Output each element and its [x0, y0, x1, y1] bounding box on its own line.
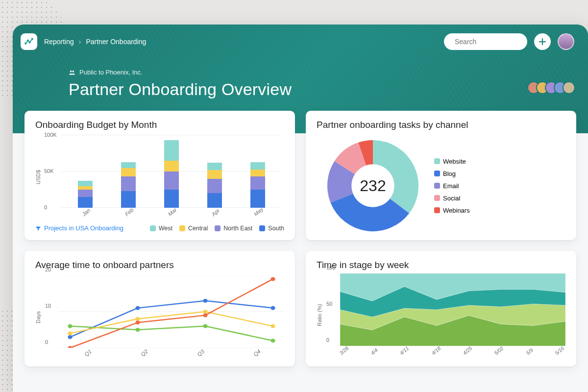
svg-point-19 — [135, 317, 140, 321]
breadcrumb: Reporting › Partner Onboarding — [44, 38, 146, 46]
chart-legend: WestCentralNorth EastSouth — [150, 225, 284, 232]
add-button[interactable] — [534, 33, 551, 50]
page-title: Partner Onboarding Overview — [69, 80, 574, 99]
chevron-right-icon: › — [79, 38, 81, 46]
svg-point-3 — [32, 39, 33, 40]
people-icon — [69, 69, 75, 76]
y-axis-label: Days — [35, 275, 41, 359]
bar-apr[interactable]: Apr — [207, 163, 222, 208]
filter-label: Projects in USA Onboarding — [44, 224, 123, 232]
legend-item[interactable]: Central — [179, 225, 208, 232]
avatar[interactable] — [563, 81, 575, 94]
avgtime-line-chart: 01020 Q1Q2Q3Q4 — [45, 275, 284, 359]
bar-jan[interactable]: Jan — [78, 181, 93, 208]
svg-point-1 — [27, 40, 28, 41]
svg-point-5 — [70, 70, 72, 72]
card-avgtime: Average time to onboard partners Days 01… — [24, 251, 295, 367]
x-tick: Q2 — [140, 348, 149, 358]
channel-donut-chart: 232 — [326, 139, 419, 232]
svg-point-18 — [68, 331, 72, 335]
user-avatar[interactable] — [558, 33, 574, 50]
x-tick: 4/4 — [370, 347, 379, 356]
budget-bar-chart: 050K100K JanFebMarAprMay — [45, 135, 284, 219]
svg-point-15 — [135, 328, 140, 332]
x-tick: Apr — [210, 207, 220, 217]
timestage-area-chart: 050100 3/284/44/114/184/255/025/95/16 — [326, 273, 565, 357]
x-tick: May — [253, 206, 265, 218]
svg-point-24 — [203, 313, 207, 317]
bar-feb[interactable]: Feb — [121, 162, 136, 208]
search-input[interactable] — [455, 38, 540, 46]
legend-item[interactable]: Website — [434, 158, 470, 165]
dashboard-grid: Onboarding Budget by Month USD$ 050K100K… — [13, 111, 588, 367]
card-title: Time in stage by week — [317, 260, 565, 270]
card-title: Partner onboarding tasks by channel — [317, 120, 565, 130]
legend-item[interactable]: Blog — [434, 170, 470, 177]
card-channel: Partner onboarding tasks by channel 232 … — [306, 111, 576, 240]
svg-point-12 — [203, 299, 207, 303]
y-axis-label: USD$ — [35, 135, 41, 219]
app-window: Reporting › Partner Onboarding Public to… — [13, 24, 588, 392]
donut-center-value: 232 — [326, 139, 419, 232]
y-axis-label: Ratio (%) — [317, 273, 322, 357]
bar-mar[interactable]: Mar — [164, 140, 179, 208]
card-title: Average time to onboard partners — [35, 260, 284, 270]
search-field[interactable] — [444, 33, 527, 50]
x-tick: Feb — [124, 207, 135, 217]
card-budget: Onboarding Budget by Month USD$ 050K100K… — [24, 111, 295, 240]
svg-point-0 — [25, 43, 26, 44]
chart-legend: WebsiteBlogEmailSocialWebinars — [434, 158, 470, 214]
svg-point-13 — [270, 306, 275, 310]
legend-item[interactable]: Webinars — [434, 207, 470, 214]
x-tick: Q3 — [196, 348, 205, 358]
app-logo[interactable] — [21, 33, 37, 50]
legend-item[interactable]: South — [259, 225, 284, 232]
visibility-row[interactable]: Public to Phoenix, Inc. — [69, 69, 574, 76]
x-tick: Q1 — [83, 348, 93, 358]
legend-item[interactable]: Email — [434, 182, 470, 190]
plus-icon — [538, 37, 547, 46]
x-tick: 5/9 — [525, 347, 534, 356]
collaborator-facepile[interactable] — [531, 81, 575, 94]
card-timestage: Time in stage by week Ratio (%) 050100 3… — [306, 251, 576, 367]
svg-point-20 — [203, 310, 207, 314]
x-tick: Mar — [167, 207, 178, 217]
x-tick: 4/18 — [430, 345, 441, 356]
x-tick: 5/02 — [493, 345, 505, 356]
svg-point-16 — [203, 324, 207, 328]
breadcrumb-current[interactable]: Partner Onboarding — [86, 38, 146, 46]
svg-point-22 — [68, 346, 72, 348]
x-tick: 4/25 — [462, 345, 473, 356]
x-tick: Q4 — [252, 348, 262, 358]
svg-point-11 — [135, 306, 140, 310]
svg-point-14 — [68, 324, 72, 328]
svg-point-25 — [270, 277, 275, 281]
x-tick: 5/16 — [554, 345, 565, 356]
filter-icon — [35, 225, 41, 231]
legend-item[interactable]: North East — [215, 225, 252, 232]
svg-point-23 — [135, 320, 140, 324]
x-tick: 3/28 — [338, 345, 349, 356]
visibility-label: Public to Phoenix, Inc. — [79, 69, 143, 76]
card-title: Onboarding Budget by Month — [35, 120, 284, 130]
legend-item[interactable]: West — [150, 225, 172, 232]
svg-point-6 — [72, 70, 74, 72]
filter-link[interactable]: Projects in USA Onboarding — [35, 224, 123, 232]
svg-point-21 — [270, 324, 275, 328]
svg-point-10 — [68, 335, 72, 339]
x-tick: Jan — [81, 207, 91, 218]
bar-may[interactable]: May — [250, 162, 265, 208]
svg-point-17 — [270, 339, 275, 343]
svg-point-2 — [29, 42, 30, 43]
legend-item[interactable]: Social — [434, 195, 470, 202]
x-tick: 4/11 — [398, 345, 410, 356]
breadcrumb-root[interactable]: Reporting — [44, 38, 74, 46]
